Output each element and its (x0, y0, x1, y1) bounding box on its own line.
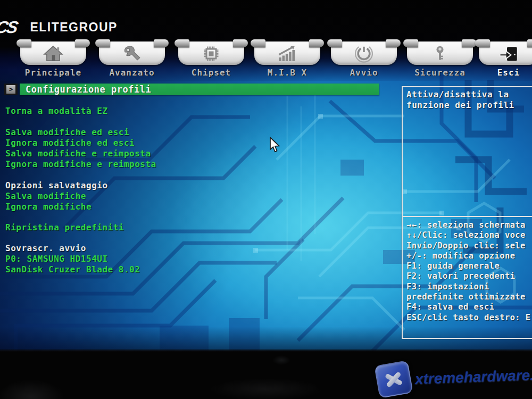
menu-item-salva-modifiche-e-reimposta[interactable]: Salva modifiche e reimposta (5, 148, 151, 159)
screen-bottom-edge (0, 349, 532, 352)
help-key-line: F1: guida generale (406, 261, 532, 271)
bezel-reflection (0, 367, 101, 399)
help-key-line: →←: seleziona schermata (406, 220, 532, 230)
tab-label: Sicurezza (407, 68, 473, 78)
menu-item-ignora-modifiche-e-reimposta[interactable]: Ignora modifiche e reimposta (5, 159, 156, 170)
wrench-icon (121, 44, 143, 63)
selection-marker-box: > (4, 84, 18, 95)
tab-avanzato[interactable]: Avanzato (99, 40, 165, 85)
tab-label: Avvio (331, 68, 397, 78)
brand-name: ELITEGROUP (30, 20, 118, 35)
brand-logo: ECS ELITEGROUP (0, 18, 118, 36)
home-icon (42, 44, 64, 63)
section-title-opzioni-salvataggio: Opzioni salvataggio (5, 180, 108, 191)
help-panel-divider (403, 216, 532, 217)
help-description-line2: funzione dei profili (406, 100, 532, 111)
watermark: xtremehardware.com (372, 360, 532, 397)
tab-label: Chipset (178, 68, 244, 78)
bezel-reflection (176, 367, 356, 399)
tab-label: Avanzato (99, 68, 165, 78)
menu-item-boot-sandisk-cruzer[interactable]: SanDisk Cruzer Blade 8.02 (5, 264, 140, 275)
help-panel: Attiva/disattiva la funzione dei profili… (402, 86, 532, 339)
tab-chipset[interactable]: Chipset (178, 40, 244, 85)
key-icon (431, 44, 449, 63)
photo-of-bios-screen: { "colors": { "menu_green": "#2fd648", "… (0, 0, 532, 399)
menu-item-configurazione-profili[interactable]: > Configurazione profili (4, 84, 379, 95)
xtremehardware-x-icon (374, 360, 413, 398)
help-key-line: ESC/clic tasto destro: E (406, 313, 532, 323)
help-description: Attiva/disattiva la funzione dei profili (406, 89, 532, 111)
help-key-line: Invio/Doppio clic: sele (406, 241, 532, 251)
help-key-line: F4: salva ed esci (406, 302, 532, 312)
section-title-sovrascr-avvio: Sovrascr. avvio (5, 243, 86, 254)
tab-label: M.I.B X (254, 68, 320, 78)
watermark-text: xtremehardware.com (415, 365, 532, 388)
menu-item-torna-modalita-ez[interactable]: Torna a modalità EZ (5, 106, 108, 117)
selected-item-highlight: Configurazione profili (20, 84, 379, 95)
menu-item-ripristina-predefiniti[interactable]: Ripristina predefiniti (5, 222, 124, 233)
help-key-line: ↑↓/Clic: seleziona voce (406, 230, 532, 240)
menu-item-boot-samsung-hd154ui[interactable]: P0: SAMSUNG HD154UI (5, 254, 108, 264)
help-key-line: F2: valori precedenti (406, 271, 532, 281)
power-icon (354, 44, 374, 63)
exit-icon (497, 44, 520, 63)
bios-screen: ECS ELITEGROUP Principale Avanzato (0, 0, 532, 351)
chevron-right-icon: > (6, 85, 15, 94)
help-key-line: F3: impostazioni (406, 282, 532, 292)
help-description-line1: Attiva/disattiva la (406, 89, 532, 100)
chip-icon (201, 44, 222, 63)
monitor-logo-glint (272, 355, 290, 365)
tab-sicurezza[interactable]: Sicurezza (407, 40, 473, 85)
tab-principale[interactable]: Principale (20, 40, 86, 85)
chart-icon (276, 44, 298, 63)
selected-item-label: Configurazione profili (20, 84, 379, 95)
menu-item-salva-modifiche-ed-esci[interactable]: Salva modifiche ed esci (5, 127, 129, 138)
tab-avvio[interactable]: Avvio (331, 40, 397, 85)
help-key-line: +/-: modifica opzione (406, 251, 532, 261)
menu-item-salva-modifiche[interactable]: Salva modifiche (5, 191, 86, 202)
tab-label: Esci (479, 68, 532, 78)
tab-mib-x[interactable]: M.I.B X (254, 40, 320, 85)
menu-item-ignora-modifiche[interactable]: Ignora modifiche (5, 202, 92, 212)
menu-item-ignora-modifiche-ed-esci[interactable]: Ignora modifiche ed esci (5, 138, 135, 148)
help-key-line: predefinite ottimizzate (406, 292, 532, 302)
tab-esci[interactable]: Esci (479, 40, 532, 85)
help-key-legend: →←: seleziona schermata ↑↓/Clic: selezio… (406, 220, 532, 323)
ecs-logo-icon: ECS (0, 18, 19, 37)
tab-label: Principale (20, 68, 86, 78)
